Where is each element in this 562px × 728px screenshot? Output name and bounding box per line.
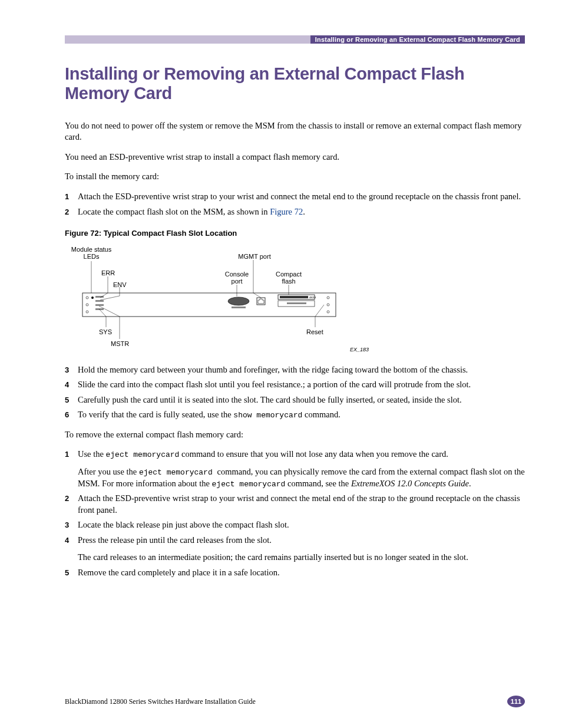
svg-line-24: [100, 293, 108, 298]
svg-rect-10: [232, 307, 246, 308]
svg-rect-13: [280, 296, 308, 298]
step-text: Remove the card completely and place it …: [78, 567, 525, 579]
step-text: .: [469, 479, 471, 488]
remove-list: 1 Use the eject memorycard command to en…: [65, 449, 525, 578]
step-text: Use the: [78, 449, 106, 459]
step-text: command to ensure that you will not lose…: [179, 449, 448, 459]
step-number: 3: [65, 519, 78, 531]
code-text: eject memorycard: [139, 468, 217, 477]
list-item: 6 To verify that the card is fully seate…: [65, 409, 525, 421]
list-item: 2 Attach the ESD-preventive wrist strap …: [65, 493, 525, 516]
code-text: eject memorycard: [212, 480, 286, 489]
intro-p1: You do not need to power off the system …: [65, 120, 525, 143]
svg-point-18: [327, 304, 329, 306]
step-text: Locate the black release pin just above …: [78, 519, 525, 531]
step-number: 4: [65, 379, 78, 391]
list-item: 4 Slide the card into the compact flash …: [65, 379, 525, 391]
svg-point-9: [228, 297, 249, 305]
step-text: command, see the: [285, 479, 351, 488]
intro-p2: You need an ESD-preventive wrist strap t…: [65, 151, 525, 163]
step-text: After you use the: [78, 467, 139, 476]
list-item: 1 Attach the ESD-preventive wrist strap …: [65, 191, 525, 203]
figure-diagram: Module status LEDs ERR ENV SYS MSTR MGMT…: [65, 246, 525, 355]
list-item: 3 Locate the black release pin just abov…: [65, 519, 525, 531]
step-text: Press the release pin until the card rel…: [78, 535, 525, 546]
install-list-b: 3 Hold the memory card between your thum…: [65, 364, 525, 421]
step-text-post: .: [303, 207, 305, 216]
book-reference: ExtremeXOS 12.0 Concepts Guide: [351, 479, 469, 488]
svg-line-28: [99, 306, 120, 317]
list-item: 5 Carefully push the card until it is se…: [65, 394, 525, 406]
list-item: 5 Remove the card completely and place i…: [65, 567, 525, 579]
step-text-post: command.: [302, 410, 340, 419]
running-header: Installing or Removing an External Compa…: [310, 35, 525, 44]
step-text: Hold the memory card between your thumb …: [78, 364, 525, 376]
svg-point-3: [86, 304, 88, 306]
list-item: 4 Press the release pin until the card r…: [65, 535, 525, 564]
step-number: 2: [65, 206, 78, 218]
figure-caption: Figure 72: Typical Compact Flash Slot Lo…: [65, 228, 525, 239]
step-text: Carefully push the card until it is seat…: [78, 394, 525, 406]
svg-line-30: [253, 293, 261, 298]
code-text: eject memorycard: [106, 450, 180, 459]
svg-rect-6: [95, 300, 104, 302]
list-item: 3 Hold the memory card between your thum…: [65, 364, 525, 376]
step-number: 6: [65, 409, 78, 421]
svg-point-19: [327, 311, 329, 313]
svg-point-2: [91, 297, 94, 299]
svg-line-34: [315, 305, 324, 317]
svg-point-4: [86, 311, 88, 313]
step-number: 1: [65, 191, 78, 203]
step-text: Slide the card into the compact flash sl…: [78, 379, 525, 391]
page-title: Installing or Removing an External Compa…: [65, 64, 525, 104]
step-number: 5: [65, 394, 78, 406]
step-text: Locate the compact flash slot on the MSM…: [78, 207, 270, 216]
svg-rect-15: [287, 302, 306, 304]
step-number: 5: [65, 567, 78, 579]
svg-text:48013: 48013: [309, 296, 316, 299]
install-list-a: 1 Attach the ESD-preventive wrist strap …: [65, 191, 525, 218]
step-number: 4: [65, 535, 78, 564]
step-number: 3: [65, 364, 78, 376]
figure-link[interactable]: Figure 72: [270, 207, 303, 216]
intro-p3: To install the memory card:: [65, 171, 525, 183]
code-text: show memorycard: [233, 411, 302, 420]
step-text: To verify that the card is fully seated,…: [78, 410, 233, 419]
svg-point-17: [327, 297, 329, 299]
remove-intro: To remove the external compact flash mem…: [65, 429, 525, 441]
footer-book-title: BlackDiamond 12800 Series Switches Hardw…: [65, 697, 256, 706]
header-bar: Installing or Removing an External Compa…: [65, 35, 525, 44]
step-text: The card releases to an intermediate pos…: [78, 552, 525, 564]
list-item: 2 Locate the compact flash slot on the M…: [65, 206, 525, 218]
msm-panel-diagram: 48013: [65, 246, 395, 355]
list-item: 1 Use the eject memorycard command to en…: [65, 449, 525, 489]
page-footer: BlackDiamond 12800 Series Switches Hardw…: [65, 696, 525, 707]
step-text: Attach the ESD-preventive wrist strap to…: [78, 493, 525, 516]
step-number: 1: [65, 449, 78, 489]
svg-rect-7: [95, 304, 104, 306]
step-number: 2: [65, 493, 78, 516]
step-text: Attach the ESD-preventive wrist strap to…: [78, 191, 525, 203]
page-number: 111: [507, 696, 525, 707]
svg-point-1: [86, 297, 88, 299]
svg-rect-8: [95, 308, 104, 310]
